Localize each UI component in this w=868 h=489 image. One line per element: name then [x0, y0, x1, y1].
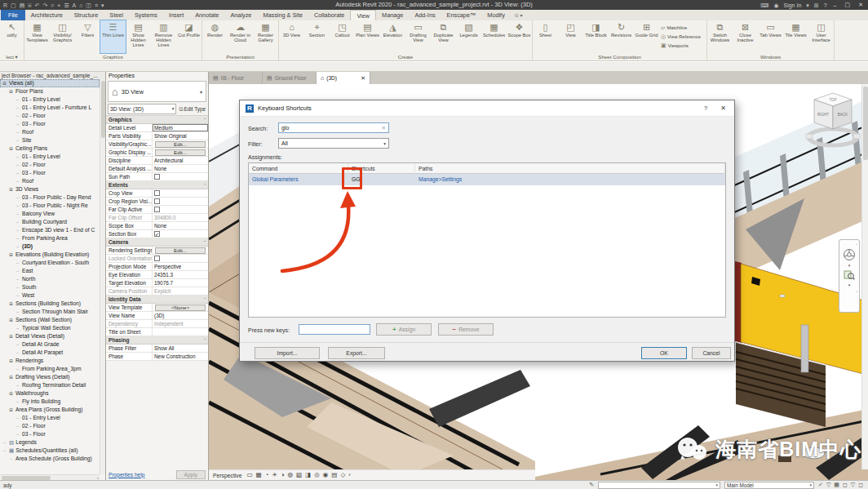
- navigation-bar[interactable]: ▫ ▾ ▾ ▫: [839, 239, 860, 313]
- view-templates-button[interactable]: ▦View Templates: [24, 20, 50, 53]
- value-far-clip-offset[interactable]: 304800.0: [153, 214, 208, 221]
- value-dependency[interactable]: Independent: [153, 320, 208, 327]
- value-phase[interactable]: New Construction: [153, 353, 208, 360]
- render-gallery-button[interactable]: ▦Render Gallery: [253, 20, 278, 53]
- section-header-extents[interactable]: Extentsˆ: [106, 181, 208, 189]
- view-reference-button[interactable]: ◎View Reference: [659, 32, 706, 41]
- elevation-button[interactable]: ◮Elevation: [380, 20, 405, 53]
- shortcut-row-global-parameters[interactable]: Global ParametersGGManage>Settings: [249, 174, 725, 185]
- ribbon-display-toggle[interactable]: ⊙ ▾: [511, 10, 527, 20]
- browser-item-typical-wall-section[interactable]: –Typical Wall Section: [0, 324, 100, 332]
- browser-item-east[interactable]: –East: [0, 267, 100, 275]
- ribbon-tab-insert[interactable]: Insert: [163, 10, 189, 20]
- value-parts-visibility[interactable]: Show Original: [153, 132, 208, 140]
- value-target-elevation[interactable]: 19076.7: [153, 279, 208, 287]
- value-discipline[interactable]: Architectural: [153, 157, 208, 164]
- checkbox-section-box[interactable]: ✓: [154, 231, 160, 237]
- apply-button[interactable]: Apply: [176, 470, 206, 479]
- browser-item-area-plans-gross-building[interactable]: ⊟Area Plans (Gross Building): [0, 406, 100, 414]
- zoom-icon[interactable]: [844, 269, 855, 281]
- browser-item-03-floor[interactable]: –03 - Floor: [0, 169, 100, 177]
- close-tab-icon[interactable]: ✕: [361, 75, 365, 82]
- open-file-icon[interactable]: ▤: [20, 1, 25, 10]
- view-tab-ground-floor[interactable]: ▤Ground Floor: [263, 72, 317, 84]
- ribbon-tab-architecture[interactable]: Architecture: [25, 10, 69, 20]
- matchline-button[interactable]: ▱Matchline: [659, 23, 706, 32]
- title-block-button[interactable]: ◨Title Block: [583, 20, 609, 53]
- ribbon-tab-massing-site[interactable]: Massing & Site: [257, 10, 308, 20]
- section-header-camera[interactable]: Cameraˆ: [106, 238, 208, 247]
- chevron-down-icon[interactable]: ▾: [848, 282, 851, 287]
- expander-icon[interactable]: ⊟: [8, 251, 14, 259]
- value-projection-mode[interactable]: Perspective: [153, 263, 208, 270]
- remove-button[interactable]: − Remove: [438, 323, 494, 336]
- filters-button[interactable]: ▽Filters: [75, 20, 100, 53]
- browser-item-03-floor[interactable]: –03 - Floor: [0, 120, 100, 128]
- chevron-down-icon[interactable]: ▾: [806, 1, 809, 10]
- expander-icon[interactable]: ⊟: [8, 87, 14, 96]
- measure-icon[interactable]: ⌖: [57, 1, 60, 10]
- browser-item-detail-at-grade[interactable]: –Detail At Grade: [0, 340, 100, 349]
- browser-item-from-parking-area[interactable]: –From Parking Area: [0, 234, 100, 242]
- ribbon-tab-view[interactable]: View: [350, 10, 376, 20]
- view-template-edit-button[interactable]: <None>: [155, 305, 206, 311]
- browser-item-02-floor[interactable]: –02 - Floor: [0, 161, 100, 169]
- redo-icon[interactable]: ↷: [42, 1, 47, 10]
- expander-icon[interactable]: ⊟: [8, 185, 14, 193]
- app-store-icon[interactable]: ⊞: [814, 1, 819, 10]
- graphic-display-edit-button[interactable]: Edit...: [155, 149, 206, 156]
- ribbon-tab-manage[interactable]: Manage: [376, 10, 409, 20]
- expander-icon[interactable]: ⊟: [8, 389, 14, 398]
- legends-button[interactable]: ▧Legends: [456, 20, 481, 53]
- cancel-button[interactable]: Cancel: [692, 347, 731, 359]
- revisions-button[interactable]: ↻Revisions: [609, 20, 634, 53]
- ribbon-tab-structure[interactable]: Structure: [69, 10, 104, 20]
- main-model-dropdown[interactable]: Main Model ▾: [724, 482, 814, 489]
- value-default-analysis[interactable]: None: [153, 165, 208, 172]
- callout-button[interactable]: ◳Callout: [330, 20, 355, 53]
- browser-item-3d-views[interactable]: ⊟3D Views: [0, 185, 100, 193]
- value-scope-box[interactable]: None: [153, 222, 208, 229]
- chevron-down-icon[interactable]: ▾: [848, 263, 851, 268]
- value-eye-elevation[interactable]: 24351.3: [153, 271, 208, 278]
- browser-item-02-floor[interactable]: –02 - Floor: [0, 422, 100, 430]
- scope-box-button[interactable]: ❖Scope Box: [507, 20, 532, 53]
- new-file-icon[interactable]: ▢: [11, 1, 16, 10]
- expander-icon[interactable]: ⊟: [8, 300, 14, 308]
- crop-view-icon[interactable]: ▧: [296, 470, 302, 480]
- temporary-hide-isolate-icon[interactable]: ◎: [314, 470, 320, 480]
- text-icon[interactable]: A: [72, 1, 76, 10]
- render-in-cloud-button[interactable]: ☁Render in Cloud: [228, 20, 253, 53]
- column-header-command[interactable]: Command: [249, 163, 348, 174]
- browser-item-walkthroughs[interactable]: ⊟Walkthroughs: [0, 389, 100, 398]
- filter-dropdown[interactable]: All ▾: [278, 138, 389, 149]
- rendering-settings-edit-button[interactable]: Edit...: [155, 247, 206, 254]
- browser-item-balcony-view[interactable]: –Balcony View: [0, 210, 100, 218]
- browser-item-renderings[interactable]: ⊟Renderings: [0, 357, 100, 365]
- browser-item-detail-at-parapet[interactable]: –Detail At Parapet: [0, 349, 100, 357]
- browser-item-01-entry-level[interactable]: –01 - Entry Level: [0, 414, 100, 422]
- browser-item-01-entry-level-furniture-l[interactable]: –01 - Entry Level - Furniture L: [0, 104, 100, 112]
- browser-item-03-floor[interactable]: –03 - Floor: [0, 430, 100, 438]
- browser-item-02-floor[interactable]: –02 - Floor: [0, 112, 100, 120]
- column-header-paths[interactable]: Paths: [415, 163, 725, 174]
- properties-help-link[interactable]: Properties help: [108, 472, 144, 478]
- checkbox-sun-path[interactable]: [154, 174, 160, 180]
- help-icon[interactable]: ?: [824, 2, 827, 8]
- scale-icon[interactable]: ▭: [247, 470, 253, 480]
- expander-icon[interactable]: ⊟: [2, 79, 7, 87]
- view-tab-3d[interactable]: ⌂(3D)✕: [317, 72, 370, 84]
- sign-in-button[interactable]: Sign In: [784, 2, 802, 8]
- 3d-view-icon[interactable]: ⌂: [79, 1, 82, 10]
- dialog-close-icon[interactable]: ✕: [718, 104, 728, 112]
- switch-windows-button[interactable]: ⧉Switch Windows: [707, 20, 733, 53]
- browser-item-elevations-building-elevation[interactable]: ⊟Elevations (Building Elevation): [0, 251, 100, 259]
- aligned-dimension-icon[interactable]: ☰: [64, 1, 69, 10]
- expander-icon[interactable]: ⊟: [8, 357, 14, 365]
- ok-button[interactable]: OK: [641, 347, 687, 359]
- type-selector[interactable]: ⌂ 3D View ▾: [108, 81, 206, 102]
- section-icon[interactable]: ◫: [86, 1, 91, 10]
- press-new-keys-input[interactable]: [299, 324, 370, 335]
- plan-views-button[interactable]: ▤Plan Views: [355, 20, 380, 53]
- browser-item-01-entry-level[interactable]: –01 - Entry Level: [0, 96, 100, 104]
